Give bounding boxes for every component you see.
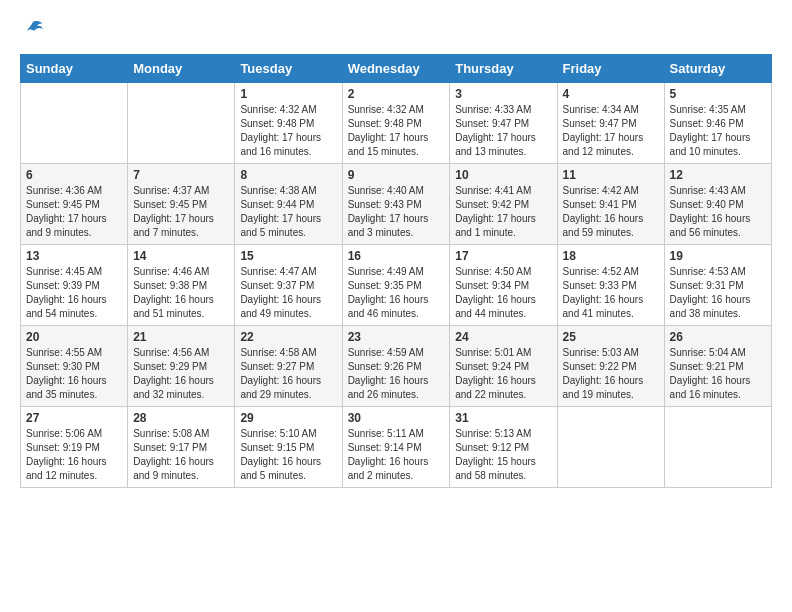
calendar-cell: 10Sunrise: 4:41 AMSunset: 9:42 PMDayligh…: [450, 164, 557, 245]
day-info: Sunrise: 4:49 AMSunset: 9:35 PMDaylight:…: [348, 265, 445, 321]
day-number: 1: [240, 87, 336, 101]
weekday-header: Monday: [128, 55, 235, 83]
calendar-cell: 25Sunrise: 5:03 AMSunset: 9:22 PMDayligh…: [557, 326, 664, 407]
day-info: Sunrise: 4:58 AMSunset: 9:27 PMDaylight:…: [240, 346, 336, 402]
calendar-cell: 23Sunrise: 4:59 AMSunset: 9:26 PMDayligh…: [342, 326, 450, 407]
day-info: Sunrise: 4:33 AMSunset: 9:47 PMDaylight:…: [455, 103, 551, 159]
calendar-cell: 14Sunrise: 4:46 AMSunset: 9:38 PMDayligh…: [128, 245, 235, 326]
day-info: Sunrise: 4:47 AMSunset: 9:37 PMDaylight:…: [240, 265, 336, 321]
weekday-header: Sunday: [21, 55, 128, 83]
calendar-cell: [21, 83, 128, 164]
calendar-cell: 2Sunrise: 4:32 AMSunset: 9:48 PMDaylight…: [342, 83, 450, 164]
day-info: Sunrise: 5:01 AMSunset: 9:24 PMDaylight:…: [455, 346, 551, 402]
day-number: 13: [26, 249, 122, 263]
calendar-cell: 7Sunrise: 4:37 AMSunset: 9:45 PMDaylight…: [128, 164, 235, 245]
page-header: [20, 20, 772, 44]
day-number: 25: [563, 330, 659, 344]
calendar-cell: 13Sunrise: 4:45 AMSunset: 9:39 PMDayligh…: [21, 245, 128, 326]
day-number: 31: [455, 411, 551, 425]
day-number: 10: [455, 168, 551, 182]
day-number: 26: [670, 330, 766, 344]
calendar-cell: [664, 407, 771, 488]
day-info: Sunrise: 4:55 AMSunset: 9:30 PMDaylight:…: [26, 346, 122, 402]
day-number: 28: [133, 411, 229, 425]
calendar-cell: 29Sunrise: 5:10 AMSunset: 9:15 PMDayligh…: [235, 407, 342, 488]
weekday-header: Saturday: [664, 55, 771, 83]
calendar-cell: 20Sunrise: 4:55 AMSunset: 9:30 PMDayligh…: [21, 326, 128, 407]
calendar-cell: 16Sunrise: 4:49 AMSunset: 9:35 PMDayligh…: [342, 245, 450, 326]
logo-bird-icon: [23, 20, 45, 44]
day-info: Sunrise: 4:45 AMSunset: 9:39 PMDaylight:…: [26, 265, 122, 321]
day-info: Sunrise: 5:04 AMSunset: 9:21 PMDaylight:…: [670, 346, 766, 402]
calendar-cell: 21Sunrise: 4:56 AMSunset: 9:29 PMDayligh…: [128, 326, 235, 407]
day-number: 29: [240, 411, 336, 425]
day-info: Sunrise: 4:32 AMSunset: 9:48 PMDaylight:…: [348, 103, 445, 159]
day-info: Sunrise: 4:32 AMSunset: 9:48 PMDaylight:…: [240, 103, 336, 159]
day-number: 19: [670, 249, 766, 263]
calendar-cell: 9Sunrise: 4:40 AMSunset: 9:43 PMDaylight…: [342, 164, 450, 245]
calendar-cell: 5Sunrise: 4:35 AMSunset: 9:46 PMDaylight…: [664, 83, 771, 164]
calendar-cell: 12Sunrise: 4:43 AMSunset: 9:40 PMDayligh…: [664, 164, 771, 245]
calendar-week-row: 1Sunrise: 4:32 AMSunset: 9:48 PMDaylight…: [21, 83, 772, 164]
calendar-cell: 3Sunrise: 4:33 AMSunset: 9:47 PMDaylight…: [450, 83, 557, 164]
day-info: Sunrise: 4:42 AMSunset: 9:41 PMDaylight:…: [563, 184, 659, 240]
weekday-header: Friday: [557, 55, 664, 83]
calendar-week-row: 13Sunrise: 4:45 AMSunset: 9:39 PMDayligh…: [21, 245, 772, 326]
day-info: Sunrise: 5:11 AMSunset: 9:14 PMDaylight:…: [348, 427, 445, 483]
calendar-cell: 11Sunrise: 4:42 AMSunset: 9:41 PMDayligh…: [557, 164, 664, 245]
day-info: Sunrise: 4:53 AMSunset: 9:31 PMDaylight:…: [670, 265, 766, 321]
day-info: Sunrise: 4:38 AMSunset: 9:44 PMDaylight:…: [240, 184, 336, 240]
day-number: 16: [348, 249, 445, 263]
calendar-cell: 22Sunrise: 4:58 AMSunset: 9:27 PMDayligh…: [235, 326, 342, 407]
day-info: Sunrise: 5:03 AMSunset: 9:22 PMDaylight:…: [563, 346, 659, 402]
calendar-cell: 30Sunrise: 5:11 AMSunset: 9:14 PMDayligh…: [342, 407, 450, 488]
day-number: 15: [240, 249, 336, 263]
day-number: 21: [133, 330, 229, 344]
day-number: 27: [26, 411, 122, 425]
day-info: Sunrise: 4:43 AMSunset: 9:40 PMDaylight:…: [670, 184, 766, 240]
calendar-cell: 18Sunrise: 4:52 AMSunset: 9:33 PMDayligh…: [557, 245, 664, 326]
day-number: 4: [563, 87, 659, 101]
calendar-cell: [557, 407, 664, 488]
day-number: 9: [348, 168, 445, 182]
day-info: Sunrise: 4:34 AMSunset: 9:47 PMDaylight:…: [563, 103, 659, 159]
day-number: 17: [455, 249, 551, 263]
calendar-cell: 4Sunrise: 4:34 AMSunset: 9:47 PMDaylight…: [557, 83, 664, 164]
calendar-week-row: 20Sunrise: 4:55 AMSunset: 9:30 PMDayligh…: [21, 326, 772, 407]
day-number: 5: [670, 87, 766, 101]
weekday-header: Tuesday: [235, 55, 342, 83]
weekday-header: Thursday: [450, 55, 557, 83]
day-info: Sunrise: 4:59 AMSunset: 9:26 PMDaylight:…: [348, 346, 445, 402]
calendar-cell: 1Sunrise: 4:32 AMSunset: 9:48 PMDaylight…: [235, 83, 342, 164]
day-info: Sunrise: 4:41 AMSunset: 9:42 PMDaylight:…: [455, 184, 551, 240]
day-number: 12: [670, 168, 766, 182]
day-number: 20: [26, 330, 122, 344]
day-info: Sunrise: 5:13 AMSunset: 9:12 PMDaylight:…: [455, 427, 551, 483]
day-info: Sunrise: 4:56 AMSunset: 9:29 PMDaylight:…: [133, 346, 229, 402]
weekday-header-row: SundayMondayTuesdayWednesdayThursdayFrid…: [21, 55, 772, 83]
day-number: 6: [26, 168, 122, 182]
day-info: Sunrise: 4:52 AMSunset: 9:33 PMDaylight:…: [563, 265, 659, 321]
day-number: 30: [348, 411, 445, 425]
day-number: 2: [348, 87, 445, 101]
day-info: Sunrise: 4:40 AMSunset: 9:43 PMDaylight:…: [348, 184, 445, 240]
day-info: Sunrise: 4:37 AMSunset: 9:45 PMDaylight:…: [133, 184, 229, 240]
calendar-cell: 27Sunrise: 5:06 AMSunset: 9:19 PMDayligh…: [21, 407, 128, 488]
day-info: Sunrise: 4:50 AMSunset: 9:34 PMDaylight:…: [455, 265, 551, 321]
calendar-table: SundayMondayTuesdayWednesdayThursdayFrid…: [20, 54, 772, 488]
calendar-cell: 26Sunrise: 5:04 AMSunset: 9:21 PMDayligh…: [664, 326, 771, 407]
calendar-cell: 15Sunrise: 4:47 AMSunset: 9:37 PMDayligh…: [235, 245, 342, 326]
day-number: 7: [133, 168, 229, 182]
calendar-cell: 19Sunrise: 4:53 AMSunset: 9:31 PMDayligh…: [664, 245, 771, 326]
day-number: 24: [455, 330, 551, 344]
day-info: Sunrise: 5:06 AMSunset: 9:19 PMDaylight:…: [26, 427, 122, 483]
day-info: Sunrise: 4:35 AMSunset: 9:46 PMDaylight:…: [670, 103, 766, 159]
calendar-cell: [128, 83, 235, 164]
calendar-cell: 31Sunrise: 5:13 AMSunset: 9:12 PMDayligh…: [450, 407, 557, 488]
calendar-cell: 8Sunrise: 4:38 AMSunset: 9:44 PMDaylight…: [235, 164, 342, 245]
day-info: Sunrise: 4:36 AMSunset: 9:45 PMDaylight:…: [26, 184, 122, 240]
day-number: 23: [348, 330, 445, 344]
day-number: 11: [563, 168, 659, 182]
calendar-cell: 28Sunrise: 5:08 AMSunset: 9:17 PMDayligh…: [128, 407, 235, 488]
day-info: Sunrise: 5:08 AMSunset: 9:17 PMDaylight:…: [133, 427, 229, 483]
